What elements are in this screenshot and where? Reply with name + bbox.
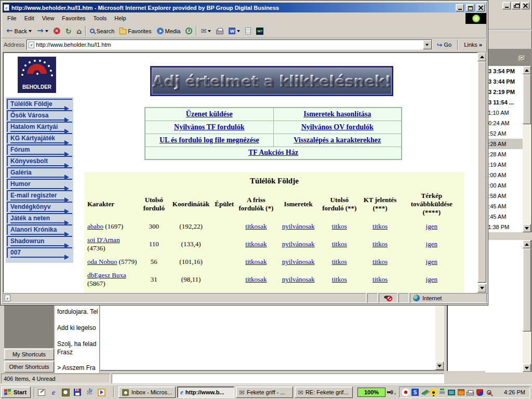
sidebar-item-kg-kartyajatek[interactable]: KG Kártyajáték	[7, 133, 72, 143]
scroll-down-button[interactable]	[523, 224, 531, 232]
back-button[interactable]: Back	[4, 25, 34, 37]
outlook-minimize-button[interactable]	[502, 2, 511, 9]
refresh-button[interactable]	[63, 25, 74, 37]
fresh-turns-link[interactable]: titkosak	[245, 222, 267, 230]
scroll-down-button[interactable]	[523, 364, 531, 372]
scroll-up-button[interactable]	[477, 52, 486, 61]
kt-report-link[interactable]: titkos	[373, 258, 388, 265]
task-inbox[interactable]: Inbox - Micros...	[118, 387, 176, 398]
message-list-item[interactable]: 7:45 AM	[484, 201, 523, 211]
kt-report-link[interactable]: titkos	[373, 275, 388, 283]
link-visszalepes-karakterekhez[interactable]: Visszalépés a karakterekhez	[294, 136, 381, 144]
home-button[interactable]	[74, 25, 84, 37]
stop-button[interactable]	[51, 25, 63, 37]
minimize-button[interactable]	[456, 4, 464, 11]
sidebar-item-007[interactable]: 007	[7, 247, 72, 258]
message-list-item[interactable]: 10:24 AM	[484, 118, 523, 128]
knowledge-link[interactable]: nyilvánosak	[282, 222, 315, 230]
menu-help[interactable]: Help	[111, 14, 130, 23]
outlook-close-button[interactable]	[521, 2, 529, 9]
tray-magnifier-icon[interactable]	[485, 388, 493, 396]
scrollbar-thumb[interactable]	[477, 61, 486, 283]
message-list-item[interactable]: 9:00 AM	[484, 180, 523, 191]
link-ismeretek-hasonlitasa[interactable]: Ismeretek hasonlítása	[303, 110, 371, 118]
maximize-button[interactable]	[466, 4, 474, 11]
character-link[interactable]: soi D'Arnan	[87, 236, 120, 244]
discuss-button[interactable]	[243, 25, 254, 37]
character-link[interactable]: dbEgesz Buxa	[87, 271, 126, 279]
kt-report-link[interactable]: titkos	[373, 222, 388, 230]
scroll-down-button[interactable]	[477, 284, 486, 292]
message-list-item[interactable]: 03 3:54 PM	[484, 66, 523, 76]
history-button[interactable]	[183, 25, 195, 37]
sidebar-item-shadowrun[interactable]: Shadowrun	[7, 236, 72, 246]
message-list-item[interactable]: 8:58 AM	[484, 191, 523, 201]
page-scrollbar[interactable]	[477, 52, 486, 292]
forward-dropdown-icon[interactable]	[45, 30, 48, 32]
links-button[interactable]: Links»	[461, 39, 485, 50]
message-list-item[interactable]: 9:52 AM	[484, 128, 523, 139]
beholder-logo[interactable]: BEHOLDER	[18, 57, 56, 93]
tray-removable-hw-icon[interactable]	[438, 388, 446, 396]
sidebar-item-vendegkonyv[interactable]: Vendégkönyv	[7, 202, 72, 212]
address-dropdown-button[interactable]	[423, 40, 432, 49]
scroll-up-button[interactable]	[523, 66, 531, 74]
status-privacy-panel[interactable]	[379, 293, 397, 303]
menu-view[interactable]: View	[38, 14, 58, 23]
mail-dropdown-icon[interactable]	[208, 30, 211, 32]
net-button[interactable]	[254, 25, 266, 37]
scrollbar-thumb[interactable]	[523, 248, 531, 331]
map-forward-link[interactable]: igen	[426, 240, 437, 248]
knowledge-link[interactable]: nyilvánosak	[282, 240, 315, 248]
tray-system-icon[interactable]: S	[411, 388, 419, 396]
tray-printer-icon[interactable]	[466, 388, 474, 396]
message-list-item[interactable]: 03 11:54 ...	[484, 97, 523, 108]
tray-shield-icon[interactable]	[475, 388, 484, 396]
message-list-item[interactable]: 9:19 AM	[484, 159, 523, 170]
knowledge-link[interactable]: nyilvánosak	[282, 275, 315, 283]
link-ul-log-file[interactable]: UL és forduló log file megnézése	[159, 136, 259, 144]
link-nyilvanos-tf-fordulok[interactable]: Nyilvános TF fordulók	[174, 123, 244, 131]
sidebar-item-tulelok-foldje[interactable]: Túlélők Földje	[7, 99, 72, 109]
message-list-item[interactable]: 03 3:44 PM	[484, 76, 523, 87]
menu-tools[interactable]: Tools	[90, 14, 111, 23]
map-forward-link[interactable]: igen	[426, 222, 437, 230]
tray-display-icon[interactable]	[447, 388, 456, 396]
message-list-item-selected[interactable]: 9:28 AM	[484, 139, 523, 149]
edit-dropdown-icon[interactable]	[237, 30, 240, 32]
last-turn-link[interactable]: titkos	[332, 258, 347, 265]
last-turn-link[interactable]: titkos	[332, 240, 347, 248]
taskbar-clock[interactable]: 4:26 PM	[504, 389, 529, 395]
scrollbar-thumb[interactable]	[523, 74, 531, 124]
message-list-item[interactable]: 7:45 AM	[484, 211, 523, 222]
print-button[interactable]	[214, 25, 226, 37]
last-turn-link[interactable]: titkos	[332, 222, 347, 230]
favorites-button[interactable]: Favorites	[117, 25, 154, 37]
task-mail-2[interactable]: RE: Fekete grif...	[295, 387, 353, 398]
battery-indicator[interactable]: 100%	[357, 388, 385, 397]
tray-fan-icon[interactable]	[402, 388, 410, 396]
sidebar-item-jatek-a-neten[interactable]: Játék a neten	[7, 213, 72, 223]
message-list-item[interactable]: 9:00 AM	[484, 170, 523, 180]
other-shortcuts-button[interactable]: Other Shortcuts	[4, 361, 54, 373]
sidebar-item-konyvesbolt[interactable]: Könyvesbolt	[7, 156, 72, 166]
edit-button[interactable]	[226, 25, 243, 37]
task-browser-active[interactable]: e http://www.b...	[177, 387, 234, 398]
mail-sync-icon[interactable]	[84, 387, 95, 397]
link-tf-aukcios-haz[interactable]: TF Aukciós Ház	[248, 149, 298, 156]
kt-report-link[interactable]: titkos	[373, 240, 388, 248]
search-button[interactable]: Search	[87, 25, 117, 37]
outlook-icon[interactable]	[60, 387, 71, 397]
sidebar-item-email-regiszter[interactable]: E-mail regiszter	[7, 190, 72, 201]
tray-icq-icon[interactable]	[430, 389, 437, 396]
last-turn-link[interactable]: titkos	[332, 275, 347, 283]
back-dropdown-icon[interactable]	[29, 30, 32, 32]
menu-favorites[interactable]: Favorites	[58, 14, 89, 23]
character-link[interactable]: ababo	[87, 222, 103, 230]
my-shortcuts-button[interactable]: My Shortcuts	[4, 349, 54, 360]
sidebar-item-forum[interactable]: Fórum	[7, 144, 72, 155]
menu-file[interactable]: File	[4, 14, 20, 23]
knowledge-link[interactable]: nyilvánosak	[282, 258, 315, 265]
media-player-icon[interactable]	[96, 387, 107, 397]
task-mail-1[interactable]: Fekete griff - ...	[236, 387, 293, 398]
